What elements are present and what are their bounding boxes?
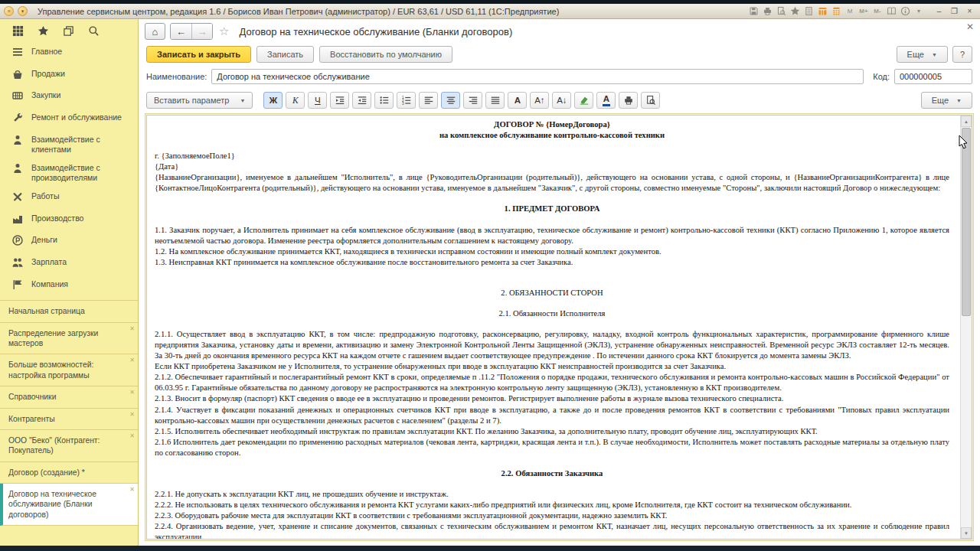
open-window-tab-7[interactable]: Договор на техническое обслуживание (Бла… xyxy=(0,484,138,526)
sidebar-item-6[interactable]: Работы xyxy=(0,187,138,210)
calendar-icon[interactable] xyxy=(817,6,828,17)
sidebar-item-0[interactable]: Главное xyxy=(0,43,138,65)
sidebar-item-4[interactable]: Взаимодействие с клиентами xyxy=(0,131,138,159)
forward-button[interactable]: → xyxy=(191,24,212,39)
align-center-button[interactable] xyxy=(441,92,460,109)
open-window-tab-6[interactable]: Договор (создание) * xyxy=(0,462,138,484)
open-window-tab-0[interactable]: Начальная страница xyxy=(0,301,138,322)
font-button[interactable]: A xyxy=(508,92,527,109)
scrollbar-track[interactable] xyxy=(961,127,972,527)
indent-decrease-button[interactable] xyxy=(352,92,371,109)
sidebar-item-9[interactable]: Зарплата xyxy=(0,253,138,276)
sidebar-item-7[interactable]: Производство xyxy=(0,210,138,232)
restore-default-button[interactable]: Восстановить по умолчанию xyxy=(319,46,452,63)
scrollbar-thumb[interactable] xyxy=(962,128,971,316)
home-button[interactable]: ⌂ xyxy=(145,23,165,40)
align-right-button[interactable] xyxy=(463,92,482,109)
sidebar-item-1[interactable]: Продажи xyxy=(0,65,138,87)
close-button[interactable]: × xyxy=(964,6,975,17)
titlebar-menu-caret[interactable]: ▾ xyxy=(913,6,924,17)
app-menu-button[interactable]: ≡ xyxy=(4,6,14,16)
insert-parameter-button[interactable]: Вставить параметр ▼ xyxy=(146,92,253,109)
tab-close-icon[interactable]: ✕ xyxy=(129,486,135,494)
print-icon[interactable] xyxy=(762,6,773,17)
underline-button-glyph: Ч xyxy=(315,96,321,105)
tab-close-icon[interactable]: ✕ xyxy=(129,389,135,396)
document-text[interactable]: ДОГОВОР № {НомерДоговора}на комплексное … xyxy=(147,116,960,539)
document-editor: ДОГОВОР № {НомерДоговора}на комплексное … xyxy=(145,113,974,541)
sidebar-item-3[interactable]: Ремонт и обслуживание xyxy=(0,109,138,131)
bold-button[interactable]: Ж xyxy=(263,92,283,109)
cart-icon xyxy=(11,90,24,105)
open-window-tab-5[interactable]: ООО "Беко" (Контрагент: Покупатель)✕ xyxy=(0,430,138,462)
history-buttons: ← → xyxy=(170,23,213,40)
font-increase-button[interactable]: A↑ xyxy=(530,92,549,109)
formatting-toolbar-right: Еще ▼ xyxy=(921,92,972,109)
italic-button[interactable]: К xyxy=(286,92,305,109)
paragraph: 2.1.4. Участвует в фиксации показаний де… xyxy=(155,405,949,426)
calculator-icon[interactable] xyxy=(831,6,841,17)
highlight-color-button[interactable] xyxy=(574,92,593,109)
document-frame: ДОГОВОР № {НомерДоговора}на комплексное … xyxy=(146,115,972,540)
name-row: Наименование: Договор на техническое обс… xyxy=(139,67,980,90)
menu-grid-icon[interactable] xyxy=(11,24,24,37)
search-icon[interactable] xyxy=(87,24,100,37)
sidebar-item-10[interactable]: Компания xyxy=(0,276,138,298)
form-close-icon[interactable]: ✕ xyxy=(966,21,974,32)
numbered-list-button[interactable]: 123 xyxy=(397,92,416,109)
align-left-button[interactable] xyxy=(419,92,438,109)
preview-button[interactable] xyxy=(641,92,660,109)
help-button[interactable]: ? xyxy=(952,46,972,63)
memory-plus-button[interactable]: M+ xyxy=(858,6,869,17)
print-button[interactable] xyxy=(619,92,638,109)
memory-button[interactable]: M xyxy=(844,6,855,17)
paragraph: 1. ПРЕДМЕТ ДОГОВОРА xyxy=(155,204,949,214)
insert-parameter-label: Вставить параметр xyxy=(154,96,229,105)
sidebar-item-8[interactable]: Деньги xyxy=(0,231,138,253)
info-icon[interactable] xyxy=(900,6,910,17)
scroll-up-button[interactable]: ▲ xyxy=(961,116,972,127)
underline-button[interactable]: Ч xyxy=(308,92,327,109)
open-window-tab-3[interactable]: Справочники✕ xyxy=(0,386,138,408)
favorites-icon[interactable] xyxy=(789,6,800,17)
toolbar-more-button[interactable]: Еще ▼ xyxy=(921,92,972,109)
print-preview-icon[interactable] xyxy=(776,6,786,17)
save-and-close-button[interactable]: Записать и закрыть xyxy=(146,46,251,63)
memory-minus-button[interactable]: M- xyxy=(872,6,883,17)
code-input[interactable]: 000000005 xyxy=(894,69,972,84)
open-windows-icon[interactable] xyxy=(62,24,74,37)
help-book-icon[interactable] xyxy=(886,6,897,17)
save-icon[interactable] xyxy=(748,6,759,17)
bulleted-list-button[interactable] xyxy=(374,92,394,109)
tab-close-icon[interactable]: ✕ xyxy=(129,325,135,333)
minimize-button[interactable]: – xyxy=(933,6,945,17)
font-increase-button-glyph: A↑ xyxy=(534,96,544,105)
align-justify-button[interactable] xyxy=(485,92,505,109)
sidebar-item-5[interactable]: Взаимодействие с производителями xyxy=(0,159,138,187)
name-input[interactable]: Договор на техническое обслуживание xyxy=(211,69,864,84)
favorites-star-icon[interactable] xyxy=(37,24,49,37)
vertical-scrollbar[interactable]: ▲ ▼ xyxy=(960,116,972,539)
tab-close-icon[interactable]: ✕ xyxy=(129,357,135,364)
favorite-star-icon[interactable]: ☆ xyxy=(219,24,229,38)
open-window-tab-2[interactable]: Больше возможностей: настройка программы… xyxy=(0,354,138,386)
more-button[interactable]: Еще ▼ xyxy=(897,46,948,63)
tab-close-icon[interactable]: ✕ xyxy=(129,411,135,419)
restore-button[interactable]: ❐ xyxy=(949,6,960,17)
app-menu-arrow-button[interactable]: ▾ xyxy=(18,6,28,16)
open-window-tab-1[interactable]: Распределение загрузки мастеров✕ xyxy=(0,323,138,355)
copy-icon[interactable] xyxy=(803,6,814,17)
indent-increase-button[interactable] xyxy=(330,92,349,109)
tab-close-icon[interactable]: ✕ xyxy=(129,432,135,440)
font-decrease-button[interactable]: A↓ xyxy=(552,92,571,109)
sidebar-item-label: Продажи xyxy=(31,69,65,80)
back-button[interactable]: ← xyxy=(171,24,191,39)
sidebar-item-2[interactable]: Закупки xyxy=(0,86,138,109)
sidebar-item-label: Зарплата xyxy=(31,257,67,268)
scroll-down-button[interactable]: ▼ xyxy=(961,527,972,539)
text-color-button[interactable]: A xyxy=(596,92,616,109)
sidebar-item-label: Главное xyxy=(31,47,62,57)
open-window-tab-4[interactable]: Контрагенты✕ xyxy=(0,409,138,430)
paragraph-spacer xyxy=(155,194,949,204)
save-button[interactable]: Записать xyxy=(256,46,314,63)
